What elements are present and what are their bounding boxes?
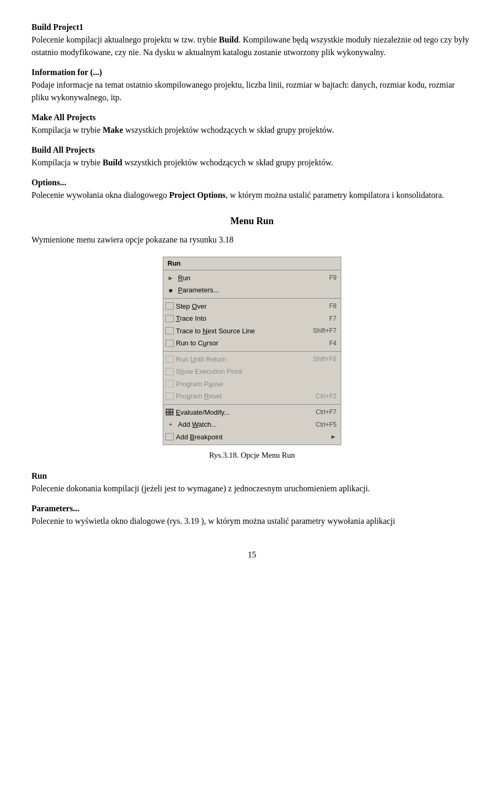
evaluate-label: Evaluate/Modify... bbox=[176, 407, 310, 418]
menu-item-show-execution-point[interactable]: Show Execution Point bbox=[163, 365, 341, 378]
menu-image-container: Run ▶ Run F9 ■ Parameters... Step Over F… bbox=[32, 257, 472, 461]
options-bold1: Project Options bbox=[169, 191, 226, 199]
build-all-bold1: Build bbox=[103, 158, 122, 167]
step-over-icon bbox=[165, 302, 174, 310]
menu-item-program-pause[interactable]: Program Pause bbox=[163, 378, 341, 391]
make-all-projects-section: Make All Projects Kompilacja w trybie Ma… bbox=[32, 111, 472, 136]
add-breakpoint-icon bbox=[165, 433, 174, 440]
trace-into-shortcut: F7 bbox=[329, 314, 337, 323]
build-all-text2: wszystkich projektów wchodzących w skład… bbox=[122, 158, 333, 167]
add-watch-icon: + bbox=[165, 420, 176, 429]
trace-into-label: Trace Into bbox=[176, 313, 324, 324]
make-all-projects-text: Kompilacja w trybie Make wszystkich proj… bbox=[32, 124, 472, 136]
step-over-label: Step Over bbox=[176, 301, 324, 312]
menu-item-add-watch[interactable]: + Add Watch... Ctrl+F5 bbox=[163, 418, 341, 431]
menu-item-run[interactable]: ▶ Run F9 bbox=[163, 272, 341, 284]
menu-item-trace-next[interactable]: Trace to Next Source Line Shift+F7 bbox=[163, 325, 341, 338]
add-watch-label: Add Watch... bbox=[178, 419, 310, 430]
build-all-projects-section: Build All Projects Kompilacja w trybie B… bbox=[32, 144, 472, 169]
run-heading: Run bbox=[32, 470, 472, 482]
options-heading: Options... bbox=[32, 176, 472, 189]
evaluate-icon bbox=[165, 408, 174, 416]
show-execution-point-label: Show Execution Point bbox=[176, 366, 331, 377]
build-project1-text: Polecenie kompilacji aktualnego projektu… bbox=[32, 34, 472, 59]
build-project1-section: Build Project1 Polecenie kompilacji aktu… bbox=[32, 21, 472, 59]
options-text: Polecenie wywołania okna dialogowego Pro… bbox=[32, 189, 472, 202]
menu-section-3: Run Until Return Shift+F8 Show Execution… bbox=[163, 352, 341, 405]
run-cursor-icon bbox=[165, 340, 174, 347]
make-all-projects-heading: Make All Projects bbox=[32, 111, 472, 124]
svg-rect-0 bbox=[166, 409, 169, 412]
build-all-projects-heading: Build All Projects bbox=[32, 144, 472, 156]
trace-next-shortcut: Shift+F7 bbox=[313, 326, 337, 335]
menu-title-bar: Run bbox=[163, 257, 341, 270]
build-all-text1: Kompilacja w trybie bbox=[32, 158, 103, 167]
parameters-icon: ■ bbox=[165, 286, 176, 294]
menu-item-evaluate[interactable]: Evaluate/Modify... Ctrl+F7 bbox=[163, 406, 341, 419]
menu-section-1: ▶ Run F9 ■ Parameters... bbox=[163, 270, 341, 299]
menu-item-trace-into[interactable]: Trace Into F7 bbox=[163, 312, 341, 325]
make-all-bold1: Make bbox=[103, 125, 123, 134]
make-all-text1: Kompilacja w trybie bbox=[32, 125, 103, 134]
run-until-return-icon bbox=[165, 355, 174, 363]
menu-item-parameters[interactable]: ■ Parameters... bbox=[163, 284, 341, 297]
run-label: Run bbox=[178, 273, 324, 283]
parameters-section: Parameters... Polecenie to wyświetla okn… bbox=[32, 502, 472, 528]
menu-item-step-over[interactable]: Step Over F8 bbox=[163, 300, 341, 313]
program-reset-label: Program Reset bbox=[176, 391, 310, 402]
options-text2: , w którym można ustalić parametry kompi… bbox=[226, 191, 444, 199]
svg-rect-3 bbox=[170, 413, 173, 415]
add-breakpoint-shortcut: ► bbox=[330, 432, 337, 441]
build-project1-bold1: Build bbox=[219, 35, 238, 44]
run-shortcut: F9 bbox=[329, 273, 337, 282]
build-project1-text1: Polecenie kompilacji aktualnego projektu… bbox=[32, 35, 219, 44]
menu-run-subtitle: Wymienione menu zawiera opcje pokazane n… bbox=[32, 234, 472, 246]
menu-box: Run ▶ Run F9 ■ Parameters... Step Over F… bbox=[163, 257, 341, 445]
add-watch-shortcut: Ctrl+F5 bbox=[316, 420, 337, 429]
run-text: Polecenie dokonania kompilacji (jeżeli j… bbox=[32, 482, 472, 495]
run-cursor-shortcut: F4 bbox=[329, 339, 337, 348]
run-until-return-label: Run Until Return bbox=[176, 354, 308, 365]
step-over-shortcut: F8 bbox=[329, 301, 337, 311]
show-execution-point-icon bbox=[165, 368, 174, 375]
options-text1: Polecenie wywołania okna dialogowego bbox=[32, 191, 169, 199]
run-icon: ▶ bbox=[165, 273, 176, 282]
program-reset-icon bbox=[165, 393, 174, 400]
build-project1-heading: Build Project1 bbox=[32, 21, 472, 34]
menu-run-title: Menu Run bbox=[32, 214, 472, 228]
information-for-heading: Information for (...) bbox=[32, 66, 472, 79]
menu-item-run-cursor[interactable]: Run to Cursor F4 bbox=[163, 337, 341, 350]
menu-item-program-reset[interactable]: Program Reset Ctrl+F2 bbox=[163, 390, 341, 403]
program-pause-icon bbox=[165, 380, 174, 387]
menu-section-2: Step Over F8 Trace Into F7 Trace to Next… bbox=[163, 299, 341, 352]
add-breakpoint-label: Add Breakpoint bbox=[176, 432, 328, 442]
run-cursor-label: Run to Cursor bbox=[176, 338, 324, 349]
svg-rect-2 bbox=[166, 413, 169, 415]
build-all-projects-text: Kompilacja w trybie Build wszystkich pro… bbox=[32, 156, 472, 169]
parameters-label: Parameters... bbox=[178, 285, 331, 296]
menu-section-4: Evaluate/Modify... Ctrl+F7 + Add Watch..… bbox=[163, 405, 341, 445]
run-section: Run Polecenie dokonania kompilacji (jeże… bbox=[32, 470, 472, 495]
options-section: Options... Polecenie wywołania okna dial… bbox=[32, 176, 472, 202]
page-number: 15 bbox=[32, 549, 472, 561]
program-reset-shortcut: Ctrl+F2 bbox=[316, 392, 337, 401]
svg-rect-1 bbox=[170, 409, 173, 412]
parameters-heading: Parameters... bbox=[32, 502, 472, 515]
menu-item-run-until-return[interactable]: Run Until Return Shift+F8 bbox=[163, 353, 341, 366]
parameters-text: Polecenie to wyświetla okno dialogowe (r… bbox=[32, 515, 472, 528]
program-pause-label: Program Pause bbox=[176, 379, 331, 389]
menu-item-add-breakpoint[interactable]: Add Breakpoint ► bbox=[163, 431, 341, 444]
information-for-text: Podaje informacje na temat ostatnio skom… bbox=[32, 79, 472, 104]
trace-next-label: Trace to Next Source Line bbox=[176, 326, 308, 336]
information-for-section: Information for (...) Podaje informacje … bbox=[32, 66, 472, 104]
trace-next-icon bbox=[165, 327, 174, 334]
make-all-text2: wszystkich projektów wchodzących w skład… bbox=[123, 125, 334, 134]
trace-into-icon bbox=[165, 315, 174, 322]
run-until-return-shortcut: Shift+F8 bbox=[313, 354, 337, 364]
evaluate-shortcut: Ctrl+F7 bbox=[316, 407, 337, 417]
menu-caption: Rys.3.18. Opcje Menu Run bbox=[209, 449, 295, 461]
